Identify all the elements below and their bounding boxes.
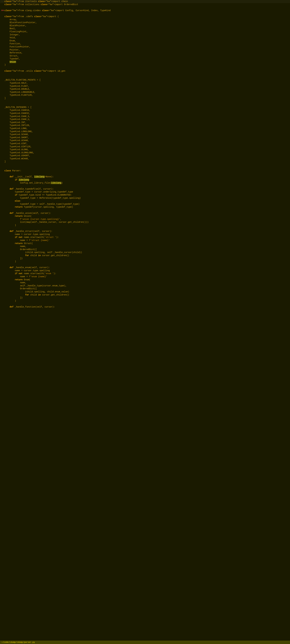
code-line: TypeKind.WCHAR, — [0, 157, 290, 160]
code-line: def _handle_typedef(self, cursor): — [0, 188, 290, 191]
line-content: TypeKind.WCHAR, — [4, 157, 29, 160]
line-arrow — [1, 97, 4, 100]
line-content: TypeKind.CHAR32, — [4, 112, 30, 115]
line-content: name, — [4, 281, 26, 284]
line-arrow — [1, 269, 4, 272]
line-arrow — [1, 172, 4, 176]
line-content — [4, 227, 6, 230]
line-content: ] — [4, 97, 6, 100]
code-line: TypeKind.INT, — [0, 121, 290, 124]
line-arrow — [1, 58, 4, 60]
line-arrow — [1, 133, 4, 136]
code-line: def _handle_struct(self, cursor): — [0, 230, 290, 233]
line-arrow — [1, 46, 4, 48]
line-content: return Struct( — [4, 242, 33, 245]
line-arrow — [1, 281, 4, 284]
code-line: Pointer, — [0, 48, 290, 52]
line-arrow — [1, 60, 4, 64]
line-content: ) — [4, 64, 6, 66]
code-line: if not name.startswith('struct '): — [0, 236, 290, 239]
line-content: TypeKind.DOUBLE, — [4, 88, 30, 91]
line-content: TypeKind.UCHAR, — [4, 139, 29, 142]
code-line: Typedef, — [0, 58, 290, 60]
line-arrow — [1, 24, 4, 27]
line-content: name, — [4, 245, 26, 248]
line-content: if not name.startswith('enum '): — [4, 272, 56, 275]
line-arrow — [1, 127, 4, 130]
code-line: (child.spelling, self._handle_cursor(chi… — [0, 251, 290, 254]
line-content: if not name.startswith('struct '): — [4, 236, 59, 239]
line-arrow — [1, 166, 4, 170]
line-arrow — [1, 251, 4, 254]
line-content: name = cursor.type.spelling — [4, 269, 50, 272]
line-arrow — [1, 78, 4, 82]
line-arrow — [1, 27, 4, 30]
line-content: Enum, — [4, 39, 16, 42]
code-line: --class="kw">from itertools class="kw">i… — [0, 0, 290, 3]
code-line: TypeKind.ULONG, — [0, 148, 290, 151]
line-arrow — [1, 233, 4, 236]
line-arrow — [1, 203, 4, 206]
line-content: TypeKind.LONG, — [4, 127, 28, 130]
code-line — [0, 100, 290, 103]
line-arrow — [1, 64, 4, 66]
code-line: return Struct( — [0, 242, 290, 245]
line-content: self._handle_type(cursor.enum_type), — [4, 284, 67, 288]
line-arrow — [1, 85, 4, 88]
line-content: Struct, — [4, 54, 19, 58]
line-content — [4, 12, 6, 15]
code-editor: --class="kw">from itertools class="kw">i… — [0, 0, 290, 638]
code-line: def _handle_union(self, cursor): — [0, 212, 290, 215]
line-arrow — [1, 197, 4, 200]
code-line — [0, 166, 290, 170]
line-content: Function, — [4, 42, 21, 46]
code-line — [0, 72, 290, 76]
code-line: TypeKind.FLOAT128, — [0, 94, 290, 97]
line-content: OrderedDict([ — [4, 248, 37, 251]
line-content: TypeKind.UINT, — [4, 142, 28, 145]
line-arrow — [1, 230, 4, 233]
line-arrow — [1, 42, 4, 46]
code-line: def __init__(self, libclang=None): — [0, 175, 290, 178]
line-arrow — [1, 72, 4, 76]
line-arrow — [1, 142, 4, 145]
line-arrow — [1, 272, 4, 275]
line-content: Reference, — [4, 52, 23, 54]
line-arrow — [1, 296, 4, 300]
line-content — [4, 172, 6, 176]
line-content: return Enum( — [4, 278, 30, 282]
line-arrow — [1, 148, 4, 151]
line-arrow — [1, 254, 4, 257]
line-content — [4, 209, 6, 212]
code-line — [0, 163, 290, 166]
line-arrow — [1, 275, 4, 278]
line-arrow — [1, 157, 4, 160]
code-line: ]) — [0, 257, 290, 260]
line-content: TypeKind.ULONGLONG, — [4, 151, 34, 154]
line-arrow — [1, 39, 4, 42]
line-content: class="kw">from collections class="kw">i… — [4, 3, 78, 6]
line-arrow — [1, 206, 4, 209]
code-line: typedef_type = self._handle_type(typedef… — [0, 203, 290, 206]
code-line: Void, — [0, 36, 290, 39]
code-line: BlockFunctionPointer, — [0, 21, 290, 24]
line-arrow — [1, 76, 4, 79]
line-arrow — [1, 260, 4, 263]
code-line — [0, 209, 290, 212]
line-content: class="kw">from clang.cindex class="kw">… — [4, 9, 111, 12]
line-arrow — [1, 3, 4, 6]
code-line: class="kw">from collections class="kw">i… — [0, 3, 290, 6]
code-line: ]) — [0, 296, 290, 300]
line-arrow — [1, 194, 4, 197]
code-line: TypeKind.CHAR16, — [0, 109, 290, 112]
line-arrow — [1, 160, 4, 163]
code-line: OrderedDict([ — [0, 248, 290, 251]
code-line: else: — [0, 200, 290, 203]
line-content: ]) — [4, 296, 23, 300]
line-arrow — [1, 91, 4, 94]
line-arrow — [1, 30, 4, 33]
code-line — [0, 66, 290, 70]
code-line: return Typedef(cursor.spelling, typedef_… — [0, 206, 290, 209]
line-arrow — [1, 118, 4, 121]
line-content: TypeKind.LONGLONG, — [4, 130, 33, 133]
